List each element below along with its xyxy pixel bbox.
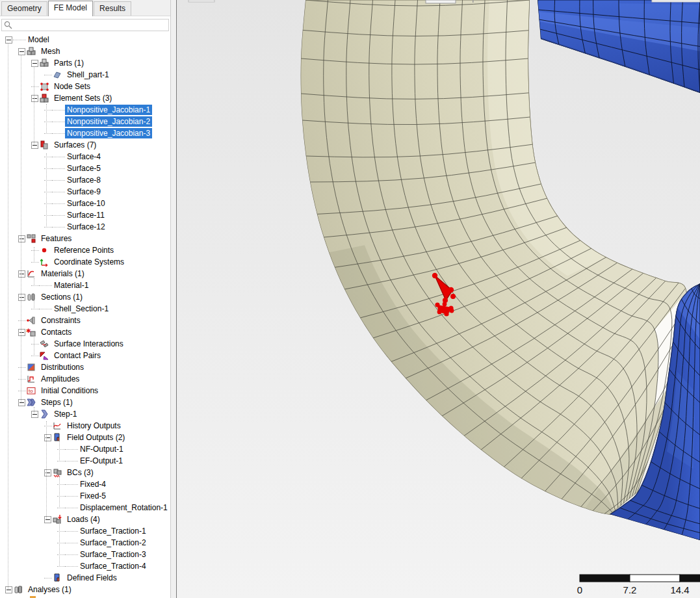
tree-item[interactable]: Surface Interactions	[0, 338, 170, 350]
collapse-expander-icon[interactable]	[31, 142, 38, 149]
collapse-expander-icon[interactable]	[31, 95, 38, 102]
tree-item-label: Field Outputs (2)	[65, 432, 127, 443]
tree-item[interactable]: Mesh	[0, 46, 170, 57]
tree-item[interactable]: Nonpositive_Jacobian-3	[0, 127, 170, 139]
tree-item-label: Surface_Traction-1	[78, 526, 148, 536]
tree-item[interactable]: Reference Points	[0, 244, 170, 256]
tree-guide-line	[34, 407, 34, 413]
collapse-expander-icon[interactable]	[18, 48, 25, 55]
coordinate-systems-icon	[39, 257, 49, 267]
tree-item[interactable]: Coordinate Systems	[0, 256, 170, 268]
collapse-expander-icon[interactable]	[31, 60, 38, 67]
tree-item[interactable]: Analyses (1)	[0, 584, 170, 595]
tree-item[interactable]: Surface-11	[0, 209, 170, 221]
tree-connector	[44, 227, 52, 228]
collapse-expander-icon[interactable]	[18, 235, 25, 242]
tree-item[interactable]: Surface_Traction-3	[0, 549, 170, 560]
tree-item[interactable]: Parts (1)	[0, 57, 170, 69]
tree-item[interactable]: Surface-8	[0, 174, 170, 186]
tree-item-label: Shell_part-1	[65, 70, 111, 80]
tree-connector	[57, 566, 65, 567]
tree-item[interactable]: Surfaces (7)	[0, 139, 170, 151]
tree-item[interactable]: BCs (3)	[0, 467, 170, 478]
tree-item[interactable]: Steps (1)	[0, 396, 170, 408]
tree-item[interactable]: EF-Output-1	[0, 455, 170, 467]
tree-connector	[44, 168, 52, 169]
field-outputs-icon	[52, 432, 62, 443]
viewport-3d[interactable]: 0 7.2 14.4	[177, 0, 700, 598]
tree-item-label: Defined Fields	[65, 573, 119, 583]
tree-item[interactable]: Fixed-4	[0, 478, 170, 490]
tree-item[interactable]: Defined Fields	[0, 572, 170, 584]
collapse-expander-icon[interactable]	[18, 329, 25, 336]
search-input[interactable]	[1, 19, 169, 31]
tree-item[interactable]: Field Outputs (2)	[0, 432, 170, 443]
tree-guide-line	[46, 153, 47, 226]
tree-item[interactable]: Amplitudes	[0, 373, 170, 385]
tree-connector	[44, 192, 52, 192]
tree-item[interactable]: toInitial Conditions	[0, 385, 170, 396]
tree-connector	[57, 484, 65, 485]
tree-item[interactable]: Model	[0, 34, 170, 46]
tree-item-label: Contacts	[39, 327, 73, 337]
collapse-expander-icon[interactable]	[5, 36, 12, 44]
tree-item[interactable]: Material-1	[0, 280, 170, 291]
tree-connector	[31, 250, 39, 251]
tree-item[interactable]: History Outputs	[0, 420, 170, 432]
collapse-expander-icon[interactable]	[18, 399, 25, 406]
tree-item[interactable]: Constraints	[0, 315, 170, 326]
tree-item[interactable]: Materials (1)	[0, 268, 170, 280]
tree-item[interactable]: Sections (1)	[0, 291, 170, 303]
analyses-icon	[13, 584, 23, 595]
tree-item[interactable]: Surface_Traction-1	[0, 525, 170, 537]
tree-item[interactable]: NF-Output-1	[0, 443, 170, 455]
collapse-expander-icon[interactable]	[44, 434, 51, 441]
tree-guide-line	[8, 43, 8, 589]
tree-item[interactable]: Displacement_Rotation-1	[0, 502, 170, 514]
collapse-expander-icon[interactable]	[44, 516, 51, 523]
tree-item[interactable]: Surface-10	[0, 198, 170, 209]
tree-item[interactable]: Features	[0, 233, 170, 244]
tree-item-label: Materials (1)	[39, 268, 86, 279]
tab-results[interactable]: Results	[94, 1, 131, 16]
tree-item[interactable]: Shell_part-1	[0, 69, 170, 81]
tab-fe-model[interactable]: FE Model	[48, 1, 93, 16]
tree-item-label: Initial Conditions	[39, 385, 100, 396]
tree-item[interactable]: Surface-5	[0, 162, 170, 174]
tree-item[interactable]: Element Sets (3)	[0, 92, 170, 104]
tree-item[interactable]: Surface-9	[0, 186, 170, 198]
tree-connector	[52, 122, 65, 122]
tree-item[interactable]: Step-1	[0, 408, 170, 420]
collapse-expander-icon[interactable]	[44, 469, 51, 476]
tree-item-label: History Outputs	[65, 421, 123, 431]
tree-item[interactable]: Nonpositive_Jacobian-1	[0, 104, 170, 116]
collapse-expander-icon[interactable]	[5, 586, 12, 593]
tree-guide-line	[59, 523, 60, 566]
tab-geometry[interactable]: Geometry	[1, 1, 47, 16]
tree-item[interactable]: Surface-12	[0, 221, 170, 233]
tree-item[interactable]: Shell_Section-1	[0, 303, 170, 315]
tree-item[interactable]: Surface-4	[0, 151, 170, 162]
tree-connector	[44, 157, 52, 157]
tree-connector	[65, 566, 78, 567]
collapse-expander-icon[interactable]	[18, 294, 25, 301]
tree-item-label: Nonpositive_Jacobian-3	[65, 128, 152, 138]
tree-item[interactable]: ✱Contacts	[0, 326, 170, 338]
tree-item[interactable]: Surface_Traction-2	[0, 537, 170, 549]
tree-item[interactable]: Distributions	[0, 361, 170, 373]
tree-connector	[44, 122, 52, 122]
tree-item[interactable]: Contact Pairs	[0, 350, 170, 361]
tree-item[interactable]: Node Sets	[0, 81, 170, 92]
tree-item[interactable]: Surface_Traction-4	[0, 560, 170, 572]
collapse-expander-icon[interactable]	[31, 411, 38, 418]
search-icon	[4, 20, 12, 32]
tree-item[interactable]: Loads (4)	[0, 514, 170, 525]
tree-item[interactable]: Fixed-5	[0, 490, 170, 502]
tree-item[interactable]: Nonpositive_Jacobian-2	[0, 116, 170, 127]
tree-item-label: Surface-11	[65, 210, 107, 220]
element-sets-icon	[39, 93, 49, 103]
tree-guide-line	[34, 335, 34, 355]
tree-item-label: Surface-4	[65, 151, 103, 162]
collapse-expander-icon[interactable]	[18, 270, 25, 278]
tree-item-label: Surface_Traction-4	[78, 561, 148, 571]
